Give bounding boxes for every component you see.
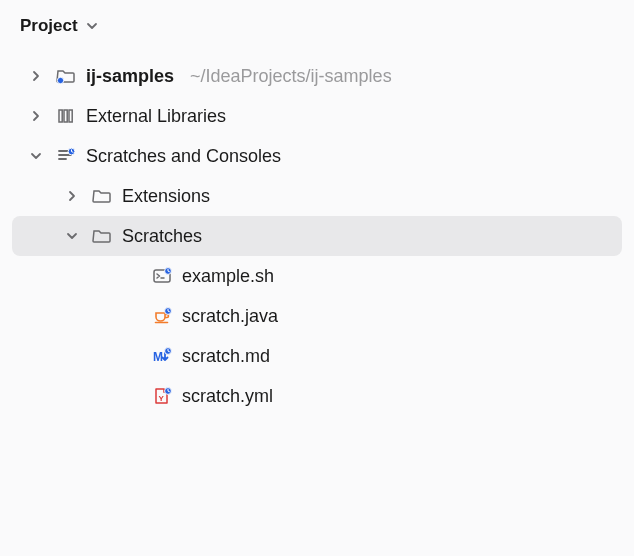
java-file-icon [150, 304, 174, 328]
chevron-right-icon[interactable] [26, 66, 46, 86]
folder-icon [90, 224, 114, 248]
scratches-root-icon [54, 144, 78, 168]
tree-node-scratches[interactable]: Scratches [12, 216, 622, 256]
tree-node-ij-samples[interactable]: ij-samples ~/IdeaProjects/ij-samples [12, 56, 622, 96]
tree-node-scratch-java[interactable]: scratch.java [12, 296, 622, 336]
project-tool-header[interactable]: Project [0, 6, 634, 50]
node-label: scratch.md [182, 346, 270, 367]
node-label: example.sh [182, 266, 274, 287]
project-folder-icon [54, 64, 78, 88]
tree-node-extensions[interactable]: Extensions [12, 176, 622, 216]
tree-node-scratch-yml[interactable]: scratch.yml [12, 376, 622, 416]
folder-icon [90, 184, 114, 208]
chevron-right-icon[interactable] [62, 186, 82, 206]
tree-node-example-sh[interactable]: example.sh [12, 256, 622, 296]
node-label: Scratches and Consoles [86, 146, 281, 167]
tree-node-scratches-consoles[interactable]: Scratches and Consoles [12, 136, 622, 176]
tree-node-scratch-md[interactable]: scratch.md [12, 336, 622, 376]
node-hint: ~/IdeaProjects/ij-samples [190, 66, 392, 87]
node-label: Scratches [122, 226, 202, 247]
node-label: scratch.yml [182, 386, 273, 407]
shell-file-icon [150, 264, 174, 288]
node-label: ij-samples [86, 66, 174, 87]
project-tool-title: Project [20, 16, 78, 36]
chevron-down-icon[interactable] [26, 146, 46, 166]
project-tree: ij-samples ~/IdeaProjects/ij-samples Ext… [0, 50, 634, 426]
libraries-icon [54, 104, 78, 128]
chevron-down-icon [84, 18, 100, 34]
chevron-right-icon[interactable] [26, 106, 46, 126]
markdown-file-icon [150, 344, 174, 368]
node-label: scratch.java [182, 306, 278, 327]
tree-node-external-libraries[interactable]: External Libraries [12, 96, 622, 136]
node-label: Extensions [122, 186, 210, 207]
node-label: External Libraries [86, 106, 226, 127]
yaml-file-icon [150, 384, 174, 408]
chevron-down-icon[interactable] [62, 226, 82, 246]
